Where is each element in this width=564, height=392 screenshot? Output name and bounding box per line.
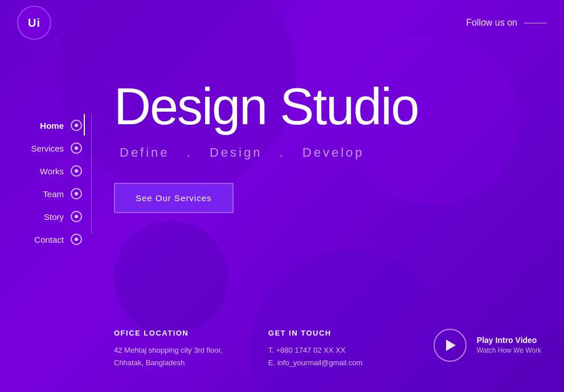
contact-phone: T. +880 1747 02 XX XX — [268, 346, 346, 354]
office-heading: OFICE LOCATION — [114, 329, 223, 337]
sidebar-item-story[interactable]: Story — [0, 205, 91, 228]
nav-icon-contact — [71, 234, 82, 245]
play-icon — [446, 340, 456, 351]
active-indicator — [84, 114, 85, 136]
sidebar-item-contact[interactable]: Contact — [0, 228, 91, 251]
subtitle-part2: Design — [210, 145, 262, 160]
contact-details: T. +880 1747 02 XX XX E. info_yourmail@g… — [268, 344, 363, 369]
sidebar-item-services[interactable]: Services — [0, 137, 91, 160]
subtitle-dot2: . — [280, 145, 285, 160]
sidebar-divider — [91, 114, 92, 234]
follow-line — [524, 23, 547, 23]
subtitle-part1: Define — [120, 145, 170, 160]
play-video-section: Play Intro Video Watch How We Work — [434, 329, 541, 362]
hero-title: Design Studio — [114, 80, 541, 134]
nav-icon-story — [71, 211, 82, 222]
get-in-touch-section: GET IN TOUCH T. +880 1747 02 XX XX E. in… — [268, 329, 363, 369]
nav-label-team: Team — [43, 189, 64, 199]
nav-icon-inner-services — [75, 146, 78, 150]
office-line2: Chhatak, Bangladesh — [114, 358, 185, 367]
bg-blob-3 — [114, 221, 228, 335]
office-location-section: OFICE LOCATION 42 Mehtaj shopping city 3… — [114, 329, 223, 369]
follow-us-label: Follow us on — [466, 18, 517, 28]
main-content: Design Studio Define . Design . Develop … — [114, 80, 541, 213]
follow-us-section: Follow us on — [466, 18, 547, 28]
footer-info: OFICE LOCATION 42 Mehtaj shopping city 3… — [114, 329, 541, 369]
nav-icon-home — [71, 120, 82, 131]
subtitle-dot1: . — [187, 145, 193, 160]
sidebar-item-home[interactable]: Home — [0, 114, 91, 137]
nav-label-home: Home — [40, 121, 64, 130]
nav-icon-services — [71, 142, 82, 154]
play-title: Play Intro Video — [477, 336, 541, 345]
nav-icon-inner-home — [75, 124, 78, 127]
contact-email: E. info_yourmail@gmail.com — [268, 358, 363, 367]
nav-icon-works — [71, 165, 82, 177]
office-line1: 42 Mehtaj shopping city 3rd floor, — [114, 346, 223, 354]
sidebar-item-works[interactable]: Works — [0, 160, 91, 182]
logo[interactable]: Ui — [17, 6, 51, 40]
nav-icon-inner-contact — [75, 238, 78, 241]
nav-label-contact: Contact — [34, 235, 64, 244]
play-text: Play Intro Video Watch How We Work — [477, 336, 541, 354]
nav-icon-inner-works — [75, 169, 78, 173]
hero-subtitle: Define . Design . Develop — [114, 145, 541, 160]
nav-label-story: Story — [44, 212, 64, 222]
nav-icon-team — [71, 188, 82, 199]
play-subtitle: Watch How We Work — [477, 346, 541, 354]
nav-label-services: Services — [31, 144, 64, 153]
header: Ui Follow us on — [0, 0, 564, 46]
logo-text: Ui — [28, 17, 40, 30]
contact-heading: GET IN TOUCH — [268, 329, 363, 337]
nav-icon-inner-story — [75, 215, 78, 218]
cta-button[interactable]: See Our Services — [114, 183, 234, 213]
nav-icon-inner-team — [75, 192, 78, 195]
nav-label-works: Works — [40, 166, 64, 176]
sidebar-item-team[interactable]: Team — [0, 182, 91, 205]
subtitle-part3: Develop — [303, 145, 365, 160]
bg-blob-4 — [251, 250, 450, 392]
sidebar-nav: Home Services Works Team Story Contact — [0, 114, 91, 251]
office-address: 42 Mehtaj shopping city 3rd floor, Chhat… — [114, 344, 223, 369]
play-button[interactable] — [434, 329, 467, 362]
